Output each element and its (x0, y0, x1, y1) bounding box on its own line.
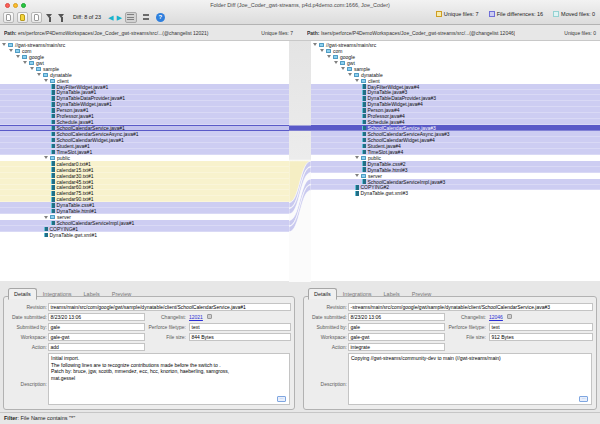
left-details-tabs: Details Integrations Labels Preview (8, 288, 137, 300)
file-icon (362, 161, 366, 166)
help-button[interactable]: ? (156, 13, 165, 22)
file-icon (362, 90, 366, 95)
expand-icon[interactable]: ⋯ (277, 396, 286, 402)
left-path-bar: Path: ers/perforce/P4DemoWorkspaces/Joe_… (0, 26, 297, 39)
folder-icon (340, 61, 346, 65)
disclosure-arrow-icon[interactable] (44, 216, 48, 219)
file-icon (362, 102, 366, 107)
file-icon (51, 209, 55, 214)
show-diff-files-button[interactable] (17, 12, 28, 23)
left-details-panel: Revision: treams/main/src/com/google/gwt… (3, 296, 295, 410)
action-field[interactable]: integrate (348, 343, 445, 351)
file-icon (51, 90, 55, 95)
action-field[interactable]: add (48, 343, 145, 351)
file-icon (51, 173, 55, 178)
file-icon (362, 96, 366, 101)
show-left-unique-button[interactable] (3, 12, 14, 23)
disclosure-arrow-icon[interactable] (355, 174, 359, 177)
tab-preview[interactable]: Preview (406, 288, 438, 300)
file-icon (51, 108, 55, 113)
previous-diff-button[interactable]: ◀ (108, 12, 113, 23)
disclosure-arrow-icon[interactable] (16, 55, 20, 58)
disclosure-arrow-icon[interactable] (355, 156, 359, 159)
show-right-unique-button[interactable] (31, 12, 42, 23)
filetype-field[interactable]: text (189, 323, 291, 331)
action-label: Action: (5, 344, 47, 350)
legend-file-differences: File differences: 16 (489, 11, 543, 17)
revision-field[interactable]: treams/main/src/com/google/gwt/sample/dy… (48, 303, 291, 311)
file-icon (362, 114, 366, 119)
expand-icon[interactable]: ⋯ (579, 396, 588, 402)
disclosure-arrow-icon[interactable] (30, 67, 34, 70)
path-label: Path: (307, 30, 320, 36)
changelist-link[interactable]: 12046 (489, 314, 503, 320)
disclosure-arrow-icon[interactable] (334, 61, 338, 64)
disclosure-arrow-icon[interactable] (348, 73, 352, 76)
folder-icon (22, 55, 28, 59)
folder-icon (43, 73, 49, 77)
filter-options-icon[interactable] (58, 13, 65, 22)
folder-icon (333, 55, 339, 59)
filter-bar: Filter: File Name contains "*" (0, 412, 600, 424)
disclosure-arrow-icon[interactable] (9, 49, 13, 52)
file-icon (362, 167, 366, 172)
file-size-field[interactable]: 844 Bytes (189, 333, 291, 341)
right-path-bar: Path: Isers/perforce/P4DemoWorkspaces/Jo… (303, 26, 600, 39)
submitted-by-label: Submitted by: (5, 324, 47, 330)
file-icon (51, 102, 55, 107)
file-icon (51, 84, 55, 89)
file-size-label: File size: (122, 334, 186, 340)
description-field[interactable]: Copying //gwt-streams/community-dev to m… (348, 353, 592, 405)
tab-preview[interactable]: Preview (106, 288, 138, 300)
right-path-value: Isers/perforce/P4DemoWorkspaces/Joe_Code… (321, 30, 516, 36)
moved-files-swatch-icon (553, 11, 559, 17)
file-icon (362, 138, 366, 143)
disclosure-arrow-icon[interactable] (44, 156, 48, 159)
list-view-icon[interactable] (143, 14, 149, 20)
folder-icon (347, 67, 353, 71)
tab-integrations[interactable]: Integrations (37, 288, 78, 300)
folder-icon (50, 79, 56, 83)
revision-field[interactable]: -streams/main/src/com/google/gwt/sample/… (348, 303, 593, 311)
changelist-details-icon[interactable] (507, 314, 512, 319)
file-icon (355, 191, 359, 196)
description-field[interactable]: Initial import. The following lines are … (48, 353, 290, 405)
tab-labels[interactable]: Labels (78, 288, 106, 300)
folder-icon (354, 73, 360, 77)
filetype-field[interactable]: text (489, 323, 593, 331)
file-icon (362, 132, 366, 137)
disclosure-arrow-icon[interactable] (44, 79, 48, 82)
path-label: Path: (4, 30, 17, 36)
disclosure-arrow-icon[interactable] (37, 73, 41, 76)
disclosure-arrow-icon[interactable] (23, 61, 27, 64)
tree-row[interactable]: DynaTable.gwt.xml#1 (0, 232, 289, 238)
disclosure-arrow-icon[interactable] (320, 49, 324, 52)
file-icon (362, 179, 366, 184)
tab-details[interactable]: Details (8, 288, 37, 300)
changelist-details-icon[interactable] (207, 314, 212, 319)
legend: Unique files: 7 File differences: 16 Mov… (436, 11, 595, 17)
file-label: DynaTable.gwt.xml#3 (361, 190, 409, 196)
window-chrome: Folder Diff (Joe_Coder_gwt-streams, p4d.… (0, 0, 600, 25)
tab-integrations[interactable]: Integrations (337, 288, 378, 300)
tree-view-toggle-button[interactable] (125, 12, 137, 23)
changelist-link[interactable]: 12021 (189, 314, 203, 320)
tab-labels[interactable]: Labels (378, 288, 406, 300)
right-path: Path: Isers/perforce/P4DemoWorkspaces/Jo… (307, 30, 515, 36)
disclosure-arrow-icon[interactable] (355, 79, 359, 82)
disclosure-arrow-icon[interactable] (341, 67, 345, 70)
next-diff-button[interactable]: ▶ (116, 12, 121, 23)
tab-details[interactable]: Details (308, 288, 337, 300)
disclosure-arrow-icon[interactable] (327, 55, 331, 58)
legend-diff-label: File differences: 16 (497, 11, 543, 17)
folder-icon (29, 61, 35, 65)
tree-row[interactable]: DynaTable.gwt.xml#3 (311, 190, 600, 196)
legend-unique-files: Unique files: 7 (436, 11, 479, 17)
file-size-field[interactable]: 912 Bytes (489, 333, 593, 341)
tree-view-icon (127, 14, 134, 20)
file-icon (362, 144, 366, 149)
disclosure-arrow-icon[interactable] (313, 43, 317, 46)
folder-diff-window: Folder Diff (Joe_Coder_gwt-streams, p4d.… (0, 0, 600, 424)
filter-icon[interactable] (46, 13, 53, 22)
disclosure-arrow-icon[interactable] (2, 43, 6, 46)
